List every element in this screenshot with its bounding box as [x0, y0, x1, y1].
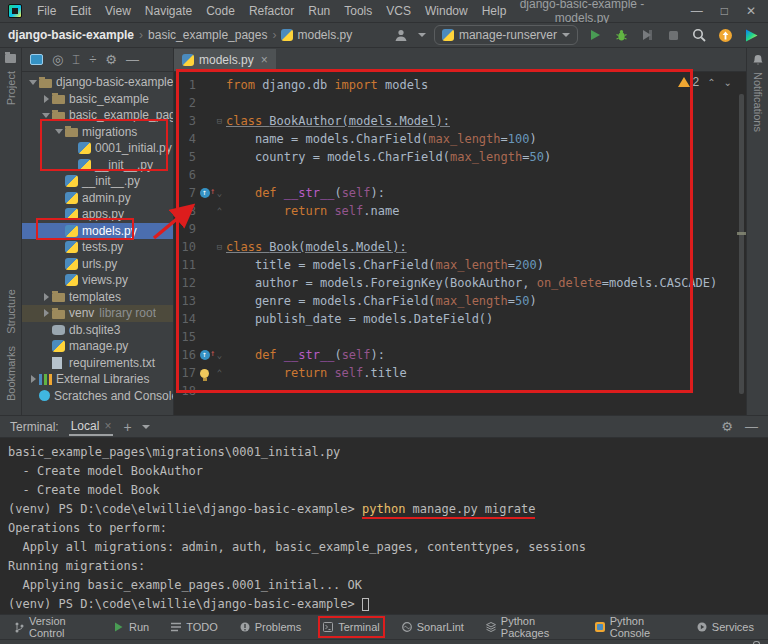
next-warning-icon[interactable]: ⌄	[724, 77, 732, 88]
menu-help[interactable]: Help	[475, 4, 514, 18]
expand-all-icon[interactable]: ⌶	[72, 52, 80, 68]
tree-item-venv[interactable]: venvlibrary root	[22, 305, 173, 322]
chevron-right-icon[interactable]	[41, 309, 51, 317]
menu-file[interactable]: File	[30, 4, 63, 18]
maximize-button[interactable]: □	[721, 4, 728, 18]
debug-button[interactable]	[612, 26, 630, 44]
tree-item-templates[interactable]: templates	[22, 289, 173, 306]
chevron-down-icon[interactable]	[54, 129, 64, 134]
tool-window-button-python-packages[interactable]: Python Packages	[486, 615, 573, 639]
code-line[interactable]: 13 genre = models.CharField(max_length=5…	[174, 292, 746, 310]
chevron-right-icon[interactable]	[41, 293, 51, 301]
code-line[interactable]: 7↑⌄ def __str__(self):	[174, 184, 746, 202]
breadcrumb-item[interactable]: django-basic-example	[8, 28, 134, 42]
editor-scrollbar[interactable]	[739, 94, 744, 394]
fold-marker[interactable]: ⌃	[213, 364, 226, 382]
terminal-dropdown-icon[interactable]	[142, 425, 150, 429]
tool-button-bookmarks[interactable]: Bookmarks	[5, 346, 17, 401]
menu-run[interactable]: Run	[301, 4, 337, 18]
terminal-hide-icon[interactable]: —	[745, 419, 758, 434]
tree-item-scratches-and-consoles[interactable]: Scratches and Consoles	[22, 388, 173, 405]
search-everywhere-icon[interactable]	[690, 26, 708, 44]
code-line[interactable]: 4 name = models.CharField(max_length=100…	[174, 130, 746, 148]
code-line[interactable]: 2	[174, 94, 746, 112]
new-terminal-session-icon[interactable]: +	[123, 419, 131, 435]
code-editor[interactable]: 1from django.db import models23⊟class Bo…	[174, 72, 746, 415]
chevron-down-icon[interactable]	[41, 113, 51, 118]
notifications-bell-icon[interactable]	[752, 54, 764, 66]
code-line[interactable]: 6	[174, 166, 746, 184]
user-account-icon[interactable]	[392, 26, 410, 44]
tool-window-button-todo[interactable]: TODO	[171, 621, 218, 633]
menu-view[interactable]: View	[98, 4, 138, 18]
tree-item-basic-example-pages[interactable]: basic_example_pages	[22, 107, 173, 124]
profiler-icon[interactable]	[742, 26, 760, 44]
inspection-widget[interactable]: 2 ⌃ ⌄	[678, 75, 732, 89]
menu-code[interactable]: Code	[199, 4, 242, 18]
tab-models-py[interactable]: models.py ×	[174, 49, 276, 71]
tab-close-icon[interactable]: ×	[261, 53, 268, 67]
code-line[interactable]: 5 country = models.CharField(max_length=…	[174, 148, 746, 166]
breadcrumb-item[interactable]: models.py	[281, 28, 352, 42]
tree-item-admin-py[interactable]: admin.py	[22, 190, 173, 207]
tree-item-requirements-txt[interactable]: requirements.txt	[22, 355, 173, 372]
code-line[interactable]: 3⊟class BookAuthor(models.Model):	[174, 112, 746, 130]
tree-item-migrations[interactable]: migrations	[22, 124, 173, 141]
fold-marker[interactable]: ⌃	[213, 202, 226, 220]
tree-item-db-sqlite3[interactable]: db.sqlite3	[22, 322, 173, 339]
code-line[interactable]: 17⌃ return self.title	[174, 364, 746, 382]
code-line[interactable]: 14 publish_date = models.DateField()	[174, 310, 746, 328]
tool-window-button-problems[interactable]: Problems	[240, 621, 301, 633]
tool-window-button-run[interactable]: Run	[114, 621, 149, 633]
chevron-right-icon[interactable]	[28, 375, 38, 383]
tree-item-manage-py[interactable]: manage.py	[22, 338, 173, 355]
menu-edit[interactable]: Edit	[63, 4, 98, 18]
code-line[interactable]: 16↑⌄ def __str__(self):	[174, 346, 746, 364]
tool-window-button-terminal[interactable]: Terminal	[323, 621, 380, 633]
code-line[interactable]: 10⊟class Book(models.Model):	[174, 238, 746, 256]
override-marker-icon[interactable]: ↑	[200, 350, 210, 360]
chevron-down-icon[interactable]	[418, 33, 426, 37]
tree-item--init-py[interactable]: __init__.py	[22, 157, 173, 174]
fold-marker[interactable]: ⊟	[213, 238, 226, 256]
collapse-all-icon[interactable]: ÷	[89, 52, 96, 67]
code-line[interactable]: 1from django.db import models	[174, 76, 746, 94]
run-with-coverage-button[interactable]	[638, 26, 656, 44]
tree-item-tests-py[interactable]: tests.py	[22, 239, 173, 256]
code-line[interactable]: 18	[174, 382, 746, 400]
minimize-button[interactable]: —	[691, 4, 703, 18]
tool-button-structure[interactable]: Structure	[5, 289, 17, 334]
update-project-icon[interactable]	[716, 26, 734, 44]
menu-vcs[interactable]: VCS	[379, 4, 418, 18]
tree-item-external-libraries[interactable]: External Libraries	[22, 371, 173, 388]
terminal-tab-local[interactable]: Local ×	[69, 417, 114, 436]
intention-bulb-icon[interactable]	[200, 369, 209, 378]
code-line[interactable]: 15	[174, 328, 746, 346]
run-button[interactable]	[586, 26, 604, 44]
tree-item--init-py[interactable]: __init__.py	[22, 173, 173, 190]
menu-refactor[interactable]: Refactor	[242, 4, 301, 18]
tree-item-apps-py[interactable]: apps.py	[22, 206, 173, 223]
tree-item-basic-example[interactable]: basic_example	[22, 91, 173, 108]
terminal-output[interactable]: basic_example_pages\migrations\0001_init…	[0, 438, 768, 614]
terminal-settings-gear-icon[interactable]: ⚙	[721, 419, 733, 434]
tool-window-button-sonarlint[interactable]: SonarLint	[402, 621, 464, 633]
tool-button-project[interactable]: Project	[5, 71, 17, 105]
code-line[interactable]: 12 author = models.ForeignKey(BookAuthor…	[174, 274, 746, 292]
code-line[interactable]: 9	[174, 220, 746, 238]
run-configuration-select[interactable]: manage-runserver	[434, 25, 578, 45]
prev-warning-icon[interactable]: ⌃	[707, 77, 715, 88]
chevron-right-icon[interactable]	[41, 95, 51, 103]
close-button[interactable]: ✕	[746, 4, 756, 18]
project-view-icon[interactable]	[30, 54, 43, 65]
code-line[interactable]: 11 title = models.CharField(max_length=2…	[174, 256, 746, 274]
tool-button-notifications[interactable]: Notifications	[752, 72, 764, 132]
chevron-down-icon[interactable]	[28, 80, 38, 85]
settings-gear-icon[interactable]: ⚙	[105, 52, 117, 67]
menu-tools[interactable]: Tools	[337, 4, 379, 18]
tree-item-django-basic-example[interactable]: django-basic-exampleD:	[22, 74, 173, 91]
stop-button[interactable]	[664, 26, 682, 44]
tool-window-button-python-console[interactable]: Python Console	[595, 615, 675, 639]
tool-window-button-services[interactable]: Services	[697, 621, 754, 633]
terminal-tab-close-icon[interactable]: ×	[104, 419, 111, 433]
